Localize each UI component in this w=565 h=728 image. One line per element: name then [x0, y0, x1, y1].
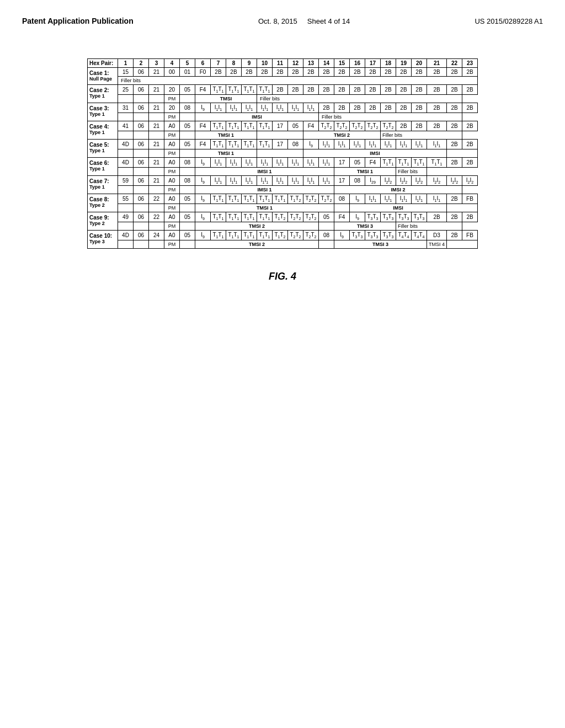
c9-2: 06 [133, 212, 148, 222]
c1-22: 2B [447, 68, 462, 77]
c3-3: 21 [148, 103, 164, 113]
c5-17: I1I1 [365, 140, 380, 149]
c1-18: 2B [380, 68, 396, 77]
c2-7: T1T1 [210, 85, 226, 95]
c3-16: 2B [349, 103, 365, 113]
c2-10: T1T1 [257, 85, 272, 95]
case-2-label-row: PM TMSI Filler bits [87, 95, 477, 103]
c1-1: 15 [118, 68, 133, 77]
c3-10: I1I1 [257, 103, 272, 113]
filler-label-c4: Filler bits [380, 131, 462, 140]
c5-18: I1I1 [380, 140, 396, 149]
case-9-label-row: PM TMSI 2 TMSI 3 Filler bits [87, 222, 477, 231]
c5-23: 2B [462, 140, 478, 149]
c6-23: 2B [462, 158, 478, 168]
c9-10: T1T1 [257, 212, 272, 222]
c8-4: A0 [164, 194, 179, 204]
tmsi1-label-c5: TMSI 1 [195, 149, 257, 158]
c6-18: T1T1 [380, 158, 396, 168]
figure-label: FIG. 4 [269, 271, 296, 282]
c5-9: T1T1 [241, 140, 257, 149]
c2-3: 21 [148, 85, 164, 95]
page-header: Patent Application Publication Oct. 8, 2… [0, 0, 565, 31]
c7-16: 08 [349, 176, 365, 186]
c10-9: T1T1 [241, 231, 257, 240]
date-sheet: Oct. 8, 2015 Sheet 4 of 14 [258, 17, 350, 25]
c5-8: T1T1 [226, 140, 241, 149]
col-6: 6 [195, 59, 210, 68]
c2-5: 05 [179, 85, 195, 95]
col-11: 11 [272, 59, 287, 68]
case-10-label: Case 10: Type 3 [87, 231, 118, 249]
c5-16: I1I1 [349, 140, 365, 149]
c2-2: 06 [133, 85, 148, 95]
c4-18: T2T2 [380, 121, 396, 131]
c2-9: T1T1 [241, 85, 257, 95]
c8-17: I1I1 [365, 194, 380, 204]
case-5-label: Case 5: Type 1 [87, 140, 118, 158]
c8-11: T1T1 [272, 194, 287, 204]
c4-13: F4 [303, 121, 318, 131]
c1-21: 2B [427, 68, 446, 77]
c4-17: T2T2 [365, 121, 380, 131]
publication-label: Patent Application Publication [22, 17, 134, 25]
c7-13: I1I1 [303, 176, 318, 186]
col-4: 4 [164, 59, 179, 68]
c5-3: 21 [148, 140, 164, 149]
c1-9: 2B [241, 68, 257, 77]
c7-21: I2I2 [427, 176, 446, 186]
case-3-label: Case 3: Type 1 [87, 103, 118, 121]
case-6-label: Case 6: Type 1 [87, 158, 118, 176]
c4-16: T2T2 [349, 121, 365, 131]
case-3-row: Case 3: Type 1 31 06 21 20 08 I9 I1I1 I1… [87, 103, 477, 113]
c4-10: T1T1 [257, 121, 272, 131]
col-8: 8 [226, 59, 241, 68]
c4-23: 2B [462, 121, 478, 131]
c4-5: 05 [179, 121, 195, 131]
c8-10: T1T1 [257, 194, 272, 204]
c6-21: T1T1 [427, 158, 446, 168]
col-7: 7 [210, 59, 226, 68]
c10-12: T2T2 [287, 231, 303, 240]
c3-1: 31 [118, 103, 133, 113]
c5-12: 08 [287, 140, 303, 149]
c6-16: 05 [349, 158, 365, 168]
c4-3: 21 [148, 121, 164, 131]
c5-10: T1T1 [257, 140, 272, 149]
c8-23: FB [462, 194, 478, 204]
c1-12: 2B [287, 68, 303, 77]
c7-9: I1I1 [241, 176, 257, 186]
c7-4: A0 [164, 176, 179, 186]
c1-23: 2B [462, 68, 478, 77]
c3-11: I1I1 [272, 103, 287, 113]
col-14: 14 [318, 59, 334, 68]
c6-20: T1T1 [411, 158, 427, 168]
c1-13: 2B [303, 68, 318, 77]
c4-14: T2T2 [318, 121, 334, 131]
c2-14: 2B [318, 85, 334, 95]
c7-8: I1I1 [226, 176, 241, 186]
c7-7: I1I1 [210, 176, 226, 186]
case-7-label-row: PM IMSI 1 IMSI 2 [87, 186, 477, 194]
col-16: 16 [349, 59, 365, 68]
c10-20: T4T4 [411, 231, 427, 240]
tmsi12-label-c9: TMSI 2 [195, 222, 318, 231]
case-9-label: Case 9: Type 2 [87, 212, 118, 231]
c10-8: T1T1 [226, 231, 241, 240]
c10-4: A0 [164, 231, 179, 240]
imsi-label-c8: IMSI [349, 204, 446, 212]
c7-1: 59 [118, 176, 133, 186]
tmsi3-label-c10: TMSI 3 [334, 240, 427, 249]
c4-21: 2B [427, 121, 446, 131]
c8-2: 06 [133, 194, 148, 204]
c1-19: 2B [396, 68, 411, 77]
c1-4: 00 [164, 68, 179, 77]
c4-12: 05 [287, 121, 303, 131]
c8-3: 22 [148, 194, 164, 204]
c7-22: I2I2 [447, 176, 462, 186]
c6-9: I1I1 [241, 158, 257, 168]
c6-6: I9 [195, 158, 210, 168]
c10-15: I9 [334, 231, 349, 240]
tmsi1-label-c8: TMSI 1 [195, 204, 334, 212]
c10-19: T4T4 [396, 231, 411, 240]
